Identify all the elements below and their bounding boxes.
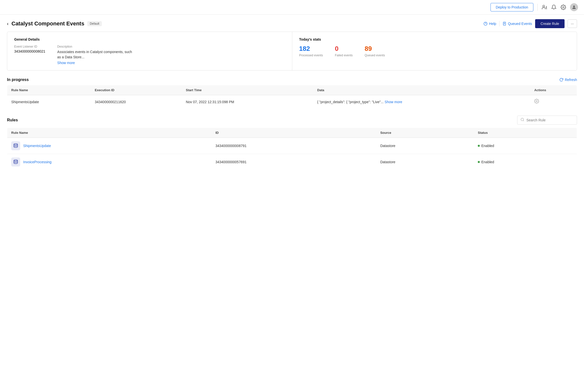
status-badge: Enabled [478,160,573,164]
search-box[interactable] [517,116,577,124]
event-listener-value: 3434000000008021 [14,49,45,53]
data-cell: { "project_details": { "project_type": "… [313,95,530,109]
failed-events-value: 0 [335,45,353,52]
page-title: Catalyst Component Events [12,20,84,27]
svg-point-2 [573,6,575,7]
deploy-to-production-button[interactable]: Deploy to Production [490,3,533,12]
svg-point-13 [14,160,18,161]
rule-id-cell: 3434000000057691 [211,154,376,170]
in-progress-table: Rule Name Execution ID Start Time Data A… [7,85,577,109]
event-listener-label: Event Listener ID [14,45,45,48]
table-row: ShipmentsUpdate 3434000000211620 Nov 07,… [7,95,577,109]
details-right: Today's stats 182 Processed events 0 Fai… [292,32,577,70]
details-card: General Details Event Listener ID 343400… [7,32,577,70]
rules-col-source: Source [376,128,474,138]
rules-heading: Rules [7,118,18,122]
more-options-button[interactable]: ··· [567,20,577,28]
description-label: Description [57,45,132,48]
rules-col-status: Status [474,128,577,138]
rules-table-header: Rule Name ID Source Status [7,128,577,138]
processed-events-stat: 182 Processed events [299,45,323,57]
users-icon[interactable] [542,4,547,10]
execution-id-cell: 3434000000211620 [91,95,182,109]
rules-table-body: ShipmentsUpdate 3434000000008791 Datasto… [7,138,577,170]
nav-separator [537,4,538,11]
col-start-time: Start Time [182,85,313,95]
col-rule-name: Rule Name [7,85,91,95]
start-time-cell: Nov 07, 2022 12:31:15:098 PM [182,95,313,109]
back-arrow[interactable]: ‹ [7,21,9,26]
svg-point-12 [14,144,18,145]
rules-col-id: ID [211,128,376,138]
rule-id-cell: 3434000000008791 [211,138,376,154]
rule-name-cell: ShipmentsUpdate [7,138,211,154]
page-title-area: ‹ Catalyst Component Events Default [7,20,102,27]
col-data: Data [313,85,530,95]
general-details-title: General Details [14,38,285,41]
show-more-link[interactable]: Show more [57,61,132,65]
in-progress-table-header: Rule Name Execution ID Start Time Data A… [7,85,577,95]
status-badge: Enabled [478,144,573,148]
rule-source-cell: Datastore [376,138,474,154]
avatar[interactable] [570,3,578,11]
rules-table: Rule Name ID Source Status ShipmentsUpda… [7,128,577,170]
page-actions: Help Queued Events Create Rule ··· [483,19,577,28]
list-item: ShipmentsUpdate 3434000000008791 Datasto… [7,138,577,154]
svg-point-10 [521,118,524,121]
search-rule-input[interactable] [526,118,574,122]
queued-events-stat: 89 Queued events [365,45,385,57]
header-divider [499,21,499,26]
rule-icon [11,158,20,166]
search-icon [520,118,524,122]
page-header: ‹ Catalyst Component Events Default Help… [0,15,584,32]
rule-icon [11,141,20,150]
in-progress-heading: In progress [7,78,29,82]
col-actions: Actions [530,85,577,95]
settings-action-icon[interactable] [534,100,539,105]
settings-icon[interactable] [560,4,566,10]
queued-events-button[interactable]: Queued Events [502,22,532,26]
rule-name-link[interactable]: ShipmentsUpdate [23,144,51,148]
rule-name-cell: ShipmentsUpdate [7,95,91,109]
svg-point-9 [536,101,537,102]
actions-cell [530,95,577,109]
notifications-icon[interactable] [551,4,556,10]
processed-events-value: 182 [299,45,323,52]
main-content: General Details Event Listener ID 343400… [0,32,584,184]
queued-events-value: 89 [365,45,385,52]
top-nav: Deploy to Production [0,0,584,15]
failed-events-stat: 0 Failed events [335,45,353,57]
status-dot [478,145,480,147]
in-progress-table-body: ShipmentsUpdate 3434000000211620 Nov 07,… [7,95,577,109]
help-label: Help [489,22,496,26]
detail-row: Event Listener ID 3434000000008021 Descr… [14,45,285,65]
description-text: Associates events in Catalyst components… [57,49,132,60]
default-badge: Default [87,21,102,26]
svg-point-0 [543,5,544,7]
details-left: General Details Event Listener ID 343400… [7,32,292,70]
show-more-data-link[interactable]: Show more [384,100,402,104]
rule-status-cell: Enabled [474,138,577,154]
in-progress-section-header: In progress Refresh [7,78,577,82]
rule-name-link[interactable]: InvoiceProcessing [23,160,52,164]
todays-stats-title: Today's stats [299,38,570,41]
event-listener-field: Event Listener ID 3434000000008021 [14,45,45,65]
rule-source-cell: Datastore [376,154,474,170]
description-field: Description Associates events in Catalys… [57,45,132,65]
queued-events-label: Queued Events [508,22,532,26]
list-item: InvoiceProcessing 3434000000057691 Datas… [7,154,577,170]
rules-col-name: Rule Name [7,128,211,138]
rules-section-header: Rules [7,116,577,124]
queued-events-label: Queued events [365,54,385,57]
refresh-button[interactable]: Refresh [559,78,577,82]
status-dot [478,161,480,163]
stats-area: 182 Processed events 0 Failed events 89 … [299,45,570,57]
col-execution-id: Execution ID [91,85,182,95]
create-rule-button[interactable]: Create Rule [535,19,565,28]
svg-line-11 [523,120,524,121]
rule-status-cell: Enabled [474,154,577,170]
refresh-label: Refresh [565,78,577,82]
processed-events-label: Processed events [299,54,323,57]
failed-events-label: Failed events [335,54,353,57]
help-button[interactable]: Help [483,22,496,26]
